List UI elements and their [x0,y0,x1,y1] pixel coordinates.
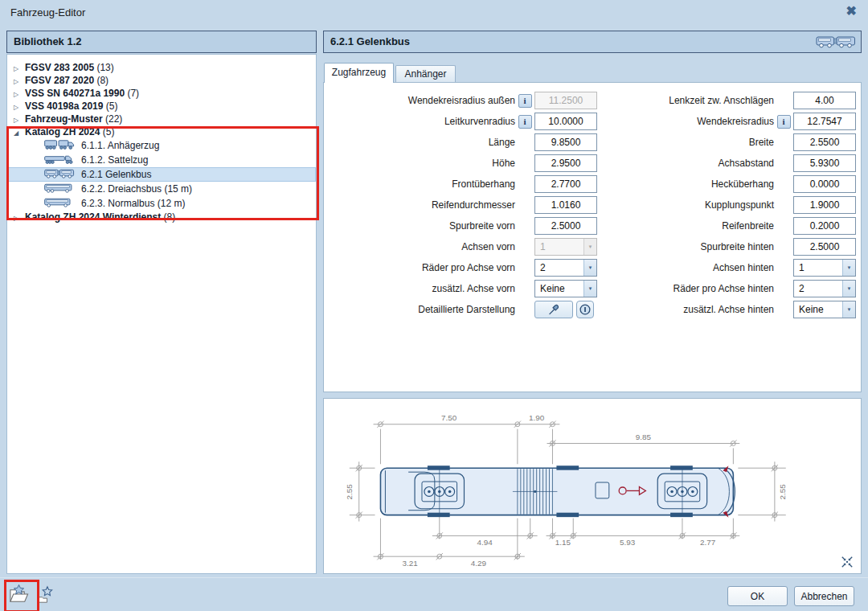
info-icon[interactable]: i [518,115,532,129]
bus-icon [44,197,75,208]
tree-item[interactable]: 6.2.1 Gelenkbus [7,167,316,182]
field-select[interactable]: Keine▼ [793,301,856,318]
field-select[interactable]: Keine▼ [534,280,597,297]
field-control: 2▼ [793,280,856,297]
chevron-down-icon: ▼ [583,260,596,276]
field-label: Lenkzeit zw. Anschlägen [604,95,774,106]
tree-group-count: (8) [94,75,108,86]
field-control: 0.0000 [793,175,856,193]
field-select[interactable]: 2▼ [534,259,597,277]
field-label: Leitkurvenradius [332,116,515,127]
three-axle-bus-icon [44,182,75,194]
form-row: Achsen hinten1▼ [604,257,856,278]
info-icon[interactable]: i [777,115,791,129]
tree-group-count: (8) [161,211,175,223]
field-input[interactable]: 2.5000 [534,217,597,235]
close-icon[interactable]: ✖ [846,3,857,18]
dim-label: 2.55 [778,484,787,500]
chevron-down-icon: ▼ [583,239,596,255]
chevron-down-icon: ▼ [583,281,596,297]
tree-group-label: FGSV 287 2020 [25,75,94,86]
dim-label: 4.29 [471,559,487,568]
field-input[interactable]: 1.9000 [793,196,856,214]
field-input[interactable]: 4.00 [793,92,856,109]
tree-group-count: (22) [103,113,123,125]
form-row: Detaillierte Darstellung [332,299,597,320]
footer-divider [0,577,868,578]
field-input[interactable]: 2.9500 [534,154,597,172]
tree-group[interactable]: ▷FGSV 287 2020 (8) [7,74,316,87]
tree-group-label: Katalog ZH 2024 [25,126,100,137]
info-icon[interactable]: i [518,94,532,108]
fit-view-icon[interactable] [841,556,854,568]
cancel-button[interactable]: Abbrechen [794,586,854,606]
tree-group[interactable]: ▷VSS SN 640271a 1990 (7) [7,87,316,100]
tab-anhaenger[interactable]: Anhänger [395,65,456,83]
vehicle-form-panel: Wendekreisradius außeni11.2500Leitkurven… [323,82,862,392]
field-control: 1▼ [793,259,856,277]
field-input[interactable]: 2.5000 [793,238,856,256]
form-row: Reifenbreite0.2000 [604,215,856,236]
field-input[interactable]: 0.0000 [793,175,856,193]
field-label: Detaillierte Darstellung [332,304,515,315]
vehicle-top-view-drawing: 7.50 1.90 9.85 4.94 1.15 5.93 2.77 3.21 … [327,400,858,572]
field-select[interactable]: 1▼ [793,259,856,277]
field-input[interactable]: 9.8500 [534,133,597,151]
tree-group[interactable]: ▷FGSV 283 2005 (13) [7,61,316,74]
field-input[interactable]: 12.7547 [793,113,856,130]
field-control: 2.9500 [534,154,597,172]
field-input[interactable]: 2.7700 [534,175,597,193]
ok-button[interactable]: OK [727,586,788,606]
expand-icon[interactable]: ▷ [14,212,25,225]
field-label: Länge [332,137,515,148]
form-row: Wendekreisradiusi12.7547 [604,111,856,132]
info-slot: i [515,94,534,108]
tree-item[interactable]: 6.1.1. Anhägerzug [7,138,316,153]
field-select[interactable]: 2▼ [793,280,856,297]
form-row: Spurbreite vorn2.5000 [332,215,597,236]
select-value: Keine [535,281,583,297]
select-value: 2 [794,281,842,297]
add-to-favorites-icon[interactable] [37,585,56,605]
tree-group[interactable]: ◢Katalog ZH 2024 (5) [7,125,316,138]
tree-item[interactable]: 6.1.2. Sattelzug [7,153,316,167]
field-label: Wendekreisradius außen [332,95,515,106]
select-value: Keine [794,301,842,318]
tree-group-label: VSS 40198a 2019 [25,100,103,112]
field-control: 1.0160 [534,196,597,214]
field-label: Räder pro Achse vorn [332,262,515,273]
field-control: 2.5500 [793,133,856,151]
articulated-bus-icon [44,168,75,179]
dim-label: 2.55 [345,484,354,500]
field-input[interactable]: 5.9300 [793,154,856,172]
tree-item[interactable]: 6.2.2. Dreiachsbus (15 m) [7,182,316,196]
form-row: Spurbreite hinten2.5000 [604,236,856,257]
field-input[interactable]: 10.0000 [534,113,597,130]
info-slot: i [774,115,793,129]
tree-item[interactable]: 6.2.3. Normalbus (12 m) [7,196,316,211]
field-label: Frontüberhang [332,178,515,190]
field-label: Spurbreite hinten [604,241,774,252]
dim-label: 9.85 [636,433,652,441]
form-row: Lenkzeit zw. Anschlägen4.00 [604,90,856,111]
field-input[interactable]: 1.0160 [534,196,597,214]
tab-zugfahrzeug[interactable]: Zugfahrzeug [324,63,394,83]
field-control: 1▼ [534,238,597,256]
field-control: 9.8500 [534,133,597,151]
tree-group[interactable]: ▷Katalog ZH 2024 Winterdienst (8) [7,211,316,223]
field-input[interactable]: 2.5500 [793,133,856,151]
open-library-folder-icon[interactable] [8,584,30,605]
tree-group-count: (5) [103,100,117,112]
field-input[interactable]: 0.2000 [793,217,856,235]
pipette-button[interactable] [534,301,573,318]
tree-group[interactable]: ▷Fahrzeug-Muster (22) [7,113,316,125]
detail-toggle-button[interactable] [576,301,594,318]
form-column-right: Lenkzeit zw. Anschlägen4.00Wendekreisrad… [604,90,856,320]
vehicle-panel-title: 6.2.1 Gelenkbus [330,35,410,47]
tree-group[interactable]: ▷VSS 40198a 2019 (5) [7,100,316,113]
form-row: zusätzl. Achse hintenKeine▼ [604,299,856,320]
field-label: zusätzl. Achse hinten [604,304,774,315]
chevron-down-icon: ▼ [842,301,855,318]
select-value: 2 [535,260,583,276]
tree-group-label: Fahrzeug-Muster [25,113,103,125]
